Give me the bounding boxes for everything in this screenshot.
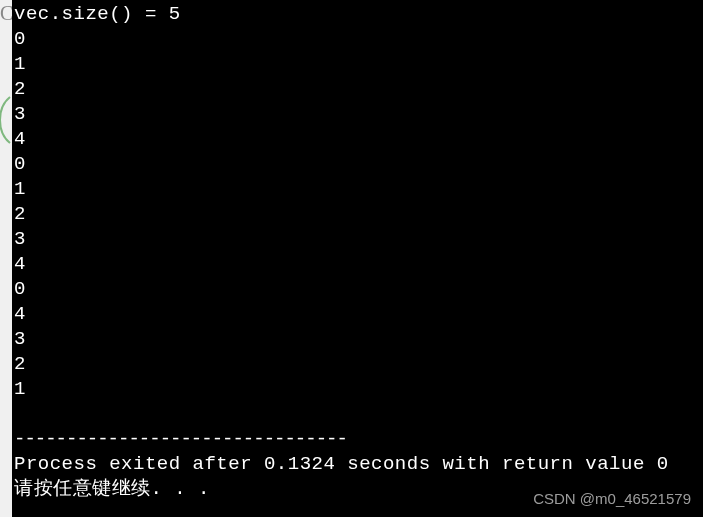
output-line: 3: [14, 327, 703, 352]
output-line: 2: [14, 352, 703, 377]
output-line: 1: [14, 377, 703, 402]
edge-decoration: [0, 95, 12, 145]
separator-line: --------------------------------: [14, 427, 703, 452]
console-terminal[interactable]: vec.size() = 5 0 1 2 3 4 0 1 2 3 4 0 4 3…: [12, 0, 703, 517]
output-line: 3: [14, 102, 703, 127]
output-line: 2: [14, 202, 703, 227]
output-line: 1: [14, 52, 703, 77]
output-line: 0: [14, 152, 703, 177]
exit-message: Process exited after 0.1324 seconds with…: [14, 452, 703, 477]
output-line: 4: [14, 302, 703, 327]
output-line: 4: [14, 252, 703, 277]
output-line: 2: [14, 77, 703, 102]
output-line: vec.size() = 5: [14, 2, 703, 27]
output-line: 4: [14, 127, 703, 152]
window-left-edge: C: [0, 0, 12, 517]
blank-line: [14, 402, 703, 427]
watermark: CSDN @m0_46521579: [533, 490, 691, 507]
output-line: 1: [14, 177, 703, 202]
output-line: 3: [14, 227, 703, 252]
output-line: 0: [14, 277, 703, 302]
output-line: 0: [14, 27, 703, 52]
